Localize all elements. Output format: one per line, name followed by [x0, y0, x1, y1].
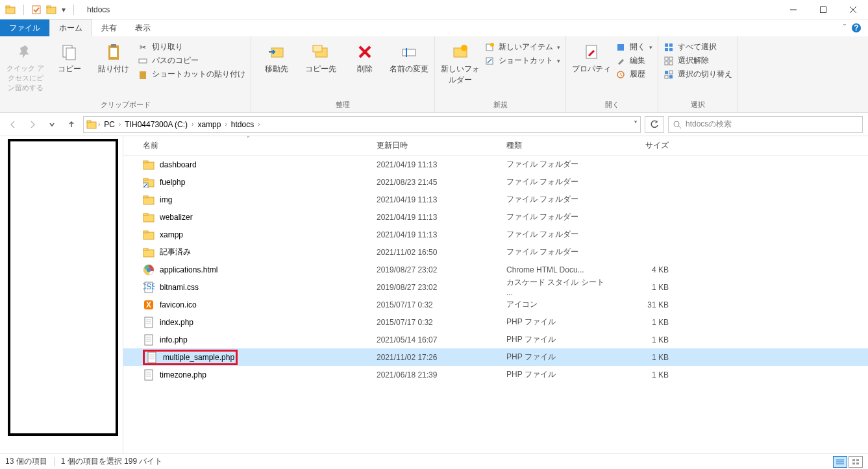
- maximize-button[interactable]: [808, 0, 838, 19]
- chevron-right-icon[interactable]: ›: [192, 121, 193, 128]
- folder-icon: [143, 159, 155, 171]
- minimize-button[interactable]: [778, 0, 808, 19]
- delete-button[interactable]: 削除: [345, 39, 385, 75]
- copy-path-button[interactable]: パスのコピー: [138, 55, 245, 66]
- shortcut-icon: [143, 176, 155, 188]
- svg-rect-60: [143, 250, 154, 257]
- tab-home[interactable]: ホーム: [49, 19, 92, 36]
- chevron-right-icon[interactable]: ›: [258, 121, 260, 128]
- rename-button[interactable]: 名前の変更: [389, 39, 429, 75]
- file-row[interactable]: xampp2021/04/19 11:13ファイル フォルダー: [123, 226, 868, 243]
- help-icon[interactable]: ?: [851, 23, 862, 33]
- tab-view[interactable]: 表示: [126, 19, 160, 36]
- redacted-area: [8, 139, 118, 436]
- cut-button[interactable]: ✂切り取り: [138, 42, 245, 53]
- dropdown-icon[interactable]: ˅: [634, 120, 638, 129]
- close-button[interactable]: [838, 0, 868, 19]
- breadcrumb[interactable]: › PC › TIH0447300A (C:) › xampp › htdocs…: [83, 116, 641, 133]
- search-input[interactable]: htdocsの検索: [668, 116, 863, 133]
- delete-icon: [354, 42, 375, 62]
- tab-share[interactable]: 共有: [92, 19, 126, 36]
- forward-button[interactable]: [25, 117, 40, 132]
- column-headers[interactable]: ˄ 名前 更新日時 種類 サイズ: [123, 136, 868, 156]
- search-icon: [673, 120, 682, 129]
- file-type: ファイル フォルダー: [500, 229, 610, 240]
- svg-rect-76: [148, 352, 156, 363]
- column-header-size[interactable]: サイズ: [610, 140, 682, 151]
- qat-folder-icon[interactable]: [46, 5, 56, 15]
- file-size: 1 KB: [610, 318, 682, 327]
- file-row[interactable]: CSSbitnami.css2019/08/27 23:02カスケード スタイル…: [123, 278, 868, 296]
- svg-rect-38: [669, 57, 673, 60]
- chevron-right-icon[interactable]: ›: [98, 121, 100, 128]
- details-view-button[interactable]: [833, 456, 847, 468]
- file-name: favicon.ico: [160, 300, 197, 309]
- group-label: 新規: [440, 99, 560, 112]
- recent-locations-button[interactable]: [44, 117, 60, 132]
- invert-selection-button[interactable]: 選択の切り替え: [663, 69, 732, 80]
- file-list-area: ˄ 名前 更新日時 種類 サイズ dashboard2021/04/19 11:…: [123, 136, 868, 453]
- up-button[interactable]: [64, 117, 79, 132]
- file-row[interactable]: applications.html2019/08/27 23:02Chrome …: [123, 261, 868, 278]
- edit-button[interactable]: 編集: [615, 55, 652, 66]
- breadcrumb-item[interactable]: htdocs: [229, 120, 256, 129]
- file-type: カスケード スタイル シート ...: [500, 277, 610, 297]
- tab-file[interactable]: ファイル: [0, 19, 49, 36]
- paste-button[interactable]: 貼り付け: [93, 39, 134, 75]
- column-header-type[interactable]: 種類: [500, 140, 610, 151]
- path-icon: [138, 56, 148, 66]
- svg-text:X: X: [146, 300, 151, 309]
- ribbon-group-select: すべて選択 選択解除 選択の切り替え 選択: [658, 36, 738, 112]
- paste-shortcut-button[interactable]: ショートカットの貼り付け: [138, 69, 245, 80]
- select-none-button[interactable]: 選択解除: [663, 55, 732, 66]
- breadcrumb-item[interactable]: PC: [101, 120, 118, 129]
- file-row[interactable]: multiple_sample.php2021/11/02 17:26PHP フ…: [123, 348, 868, 366]
- select-all-button[interactable]: すべて選択: [663, 42, 732, 53]
- pin-to-quick-access-button[interactable]: クイック アクセスにピン留めする: [5, 39, 45, 93]
- svg-rect-31: [617, 44, 624, 51]
- collapse-ribbon-icon[interactable]: ˇ: [843, 23, 846, 32]
- file-rows: dashboard2021/04/19 11:13ファイル フォルダーfuelp…: [123, 156, 868, 453]
- svg-line-48: [678, 126, 681, 128]
- copy-button[interactable]: コピー: [49, 39, 90, 75]
- file-row[interactable]: info.php2021/05/14 16:07PHP ファイル1 KB: [123, 331, 868, 348]
- navigation-pane[interactable]: [0, 136, 123, 453]
- window-title: htdocs: [82, 5, 110, 14]
- file-row[interactable]: fuelphp2021/08/23 21:45ファイル フォルダー: [123, 173, 868, 191]
- copy-to-button[interactable]: コピー先: [301, 39, 341, 75]
- file-row[interactable]: 記事済み2021/11/02 16:50ファイル フォルダー: [123, 243, 868, 261]
- new-shortcut-button[interactable]: ショートカット▾: [484, 55, 560, 66]
- new-folder-button[interactable]: 新しいフォルダー: [440, 39, 480, 86]
- new-item-icon: [484, 42, 495, 53]
- new-item-button[interactable]: 新しいアイテム▾: [484, 42, 560, 53]
- back-button[interactable]: [5, 117, 21, 132]
- ribbon-tabs: ファイル ホーム 共有 表示 ˇ ?: [0, 19, 868, 36]
- icons-view-button[interactable]: [849, 456, 863, 468]
- file-row[interactable]: index.php2015/07/17 0:32PHP ファイル1 KB: [123, 313, 868, 331]
- file-row[interactable]: Xfavicon.ico2015/07/17 0:32アイコン31 KB: [123, 296, 868, 313]
- svg-rect-56: [143, 215, 154, 222]
- svg-rect-1: [6, 6, 10, 8]
- file-row[interactable]: dashboard2021/04/19 11:13ファイル フォルダー: [123, 156, 868, 173]
- properties-button[interactable]: プロパティ: [571, 39, 612, 75]
- file-row[interactable]: webalizer2021/04/19 11:13ファイル フォルダー: [123, 208, 868, 226]
- chevron-right-icon[interactable]: ›: [225, 121, 227, 128]
- file-row[interactable]: img2021/04/19 11:13ファイル フォルダー: [123, 191, 868, 208]
- history-button[interactable]: 履歴: [615, 69, 652, 80]
- qat-checkbox-icon[interactable]: [32, 5, 41, 14]
- open-button[interactable]: 開く▾: [615, 42, 652, 53]
- qat-dropdown-icon[interactable]: ▾: [62, 5, 66, 14]
- file-size: 4 KB: [610, 265, 682, 274]
- breadcrumb-item[interactable]: xampp: [195, 120, 223, 129]
- file-row[interactable]: timezone.php2021/06/18 21:39PHP ファイル1 KB: [123, 366, 868, 383]
- file-date: 2021/11/02 17:26: [370, 353, 500, 362]
- move-to-button[interactable]: 移動先: [256, 39, 297, 75]
- chevron-right-icon[interactable]: ›: [119, 121, 121, 128]
- column-header-date[interactable]: 更新日時: [370, 140, 500, 151]
- svg-rect-6: [821, 6, 826, 12]
- breadcrumb-item[interactable]: TIH0447300A (C:): [122, 120, 190, 129]
- file-name: dashboard: [160, 160, 197, 169]
- svg-rect-35: [665, 48, 668, 51]
- folder-icon: [143, 194, 155, 206]
- refresh-button[interactable]: [645, 116, 664, 133]
